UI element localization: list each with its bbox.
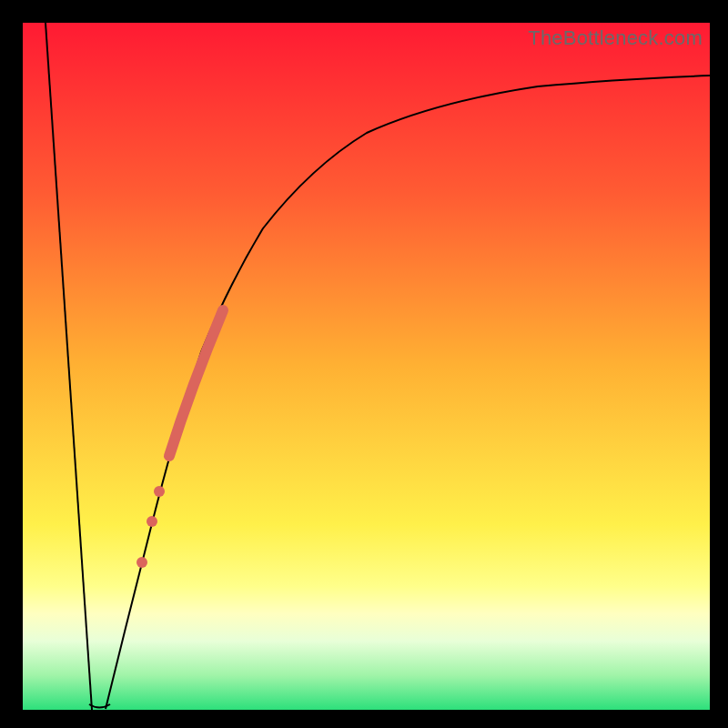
highlight-dot-3 — [136, 557, 147, 568]
curve-layer — [23, 23, 710, 710]
curve-left-descent — [46, 23, 92, 710]
plot-area: TheBottleneck.com — [23, 23, 710, 710]
highlight-dot-2 — [147, 516, 157, 527]
highlight-dot-1 — [154, 486, 165, 497]
chart-frame: TheBottleneck.com — [0, 0, 728, 728]
highlight-segment — [169, 310, 223, 456]
